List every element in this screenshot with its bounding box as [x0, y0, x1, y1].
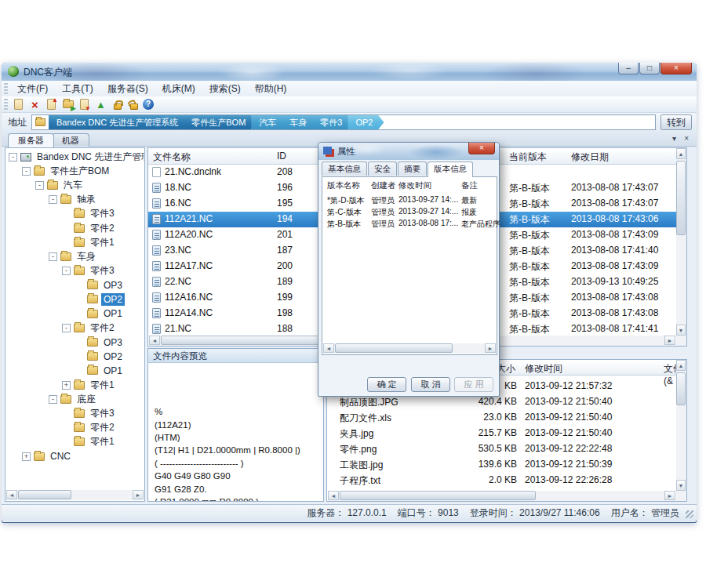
- tree-expander[interactable]: [75, 310, 84, 318]
- lock-icon[interactable]: [110, 98, 125, 111]
- tree-expander[interactable]: [75, 366, 84, 375]
- dialog-tab[interactable]: 版本信息: [428, 162, 473, 177]
- minimize-button[interactable]: –: [618, 63, 639, 74]
- tab-machine[interactable]: 机器: [52, 133, 89, 147]
- col-mtime[interactable]: 修改时间: [525, 362, 562, 376]
- tree-item[interactable]: 零件3: [5, 207, 144, 221]
- col-version-name[interactable]: 版本名称: [327, 180, 360, 191]
- attachment-row[interactable]: 配刀文件.xls 23.0 KB 2013-09-12 21:50:40: [327, 410, 686, 426]
- tree-expander[interactable]: -: [49, 252, 57, 261]
- tree-item[interactable]: - 零件生产BOM: [5, 164, 144, 178]
- unlock-icon[interactable]: [126, 98, 141, 111]
- tree-item[interactable]: 零件1: [5, 235, 144, 249]
- tree-item[interactable]: - 零件2: [5, 321, 144, 335]
- dialog-button[interactable]: 确 定: [367, 377, 406, 392]
- menu-item[interactable]: 服务器(S): [100, 81, 155, 97]
- attachment-row[interactable]: 夹具.jpg 215.7 KB 2013-09-12 21:50:40: [327, 426, 686, 441]
- breadcrumb-segment[interactable]: 零件3: [312, 114, 353, 130]
- attachment-row[interactable]: 子程序.txt 2.0 KB 2013-09-12 22:26:28: [327, 473, 686, 488]
- tree-item[interactable]: 零件2: [5, 221, 144, 235]
- tree-item[interactable]: 零件1: [5, 435, 144, 449]
- breadcrumb-segment[interactable]: OP2: [348, 114, 384, 130]
- send-to-folder-icon[interactable]: ▶: [60, 98, 75, 111]
- file-list-vscrollbar[interactable]: ▲ ▼: [676, 148, 686, 346]
- attachments-vscrollbar[interactable]: ▲ ▼: [676, 360, 686, 501]
- dialog-hscrollbar[interactable]: ◄ ►: [323, 343, 496, 354]
- help-icon[interactable]: ?: [143, 99, 154, 110]
- maximize-button[interactable]: □: [639, 63, 660, 74]
- tree-expander[interactable]: [62, 409, 71, 418]
- col-modified-time[interactable]: 修改时间: [398, 180, 431, 191]
- tree-expander[interactable]: [62, 224, 71, 233]
- tree-expander[interactable]: [62, 209, 71, 218]
- tree-expander[interactable]: [62, 423, 71, 432]
- close-button[interactable]: ×: [661, 63, 692, 74]
- tree-item[interactable]: OP2: [5, 292, 144, 307]
- tree-expander[interactable]: +: [62, 381, 71, 390]
- tab-server[interactable]: 服务器: [8, 133, 54, 147]
- resize-grip[interactable]: [686, 510, 693, 518]
- dialog-close-button[interactable]: ×: [468, 143, 495, 154]
- tree-item[interactable]: OP1: [5, 307, 144, 321]
- col-creator[interactable]: 创建者: [371, 180, 396, 191]
- tree-expander[interactable]: [75, 281, 84, 289]
- dialog-tab[interactable]: 基本信息: [322, 162, 367, 176]
- tree-item[interactable]: OP3: [5, 278, 144, 292]
- col-current-version[interactable]: 当前版本: [509, 151, 547, 164]
- menu-item[interactable]: 文件(F): [10, 81, 55, 97]
- attachment-row[interactable]: 工装图.jpg 139.6 KB 2013-09-12 21:50:39: [327, 457, 686, 473]
- version-row[interactable]: 第-B-版本 管理员 2013-08-08 17:... 老产品程序: [322, 218, 497, 230]
- tree-expander[interactable]: -: [62, 267, 71, 275]
- col-note[interactable]: 备注: [461, 180, 478, 191]
- dialog-tab[interactable]: 安全: [368, 162, 397, 176]
- col-id[interactable]: ID: [277, 151, 286, 162]
- version-row[interactable]: *第-D-版本 管理员 2013-09-27 14:... 最新: [322, 194, 497, 206]
- menu-item[interactable]: 帮助(H): [248, 81, 294, 97]
- breadcrumb-segment[interactable]: 零件生产BOM: [184, 114, 257, 130]
- tree-item[interactable]: - 汽车: [5, 178, 144, 192]
- dialog-tab[interactable]: 摘要: [398, 162, 427, 176]
- tree-item[interactable]: 零件3: [5, 406, 144, 420]
- menu-item[interactable]: 工具(T): [55, 81, 100, 97]
- checkin-upload-icon[interactable]: ▲: [44, 98, 59, 111]
- tree-expander[interactable]: [75, 352, 84, 361]
- tree-item[interactable]: OP3: [5, 335, 144, 349]
- dialog-button[interactable]: 取 消: [411, 377, 450, 392]
- new-document-icon[interactable]: [11, 98, 26, 111]
- tree-expander[interactable]: -: [62, 324, 71, 332]
- menu-item[interactable]: 机床(M): [155, 81, 202, 97]
- tree-expander[interactable]: -: [22, 167, 31, 176]
- tree-expander[interactable]: -: [49, 195, 57, 204]
- tree-item[interactable]: OP1: [5, 364, 144, 378]
- col-file-name[interactable]: 文件名称: [153, 151, 191, 164]
- version-row[interactable]: 第-C-版本 管理员 2013-09-27 14:... 报废: [322, 206, 497, 218]
- attachment-row[interactable]: 制品顶图.JPG 420.4 KB 2013-09-12 21:50:40: [327, 394, 686, 410]
- attachment-row[interactable]: 零件.png 530.5 KB 2013-09-12 22:22:48: [327, 441, 686, 457]
- checkout-download-icon[interactable]: ▼: [77, 98, 92, 111]
- breadcrumb-segment[interactable]: Bandex DNC 先进生产管理系统: [49, 114, 189, 130]
- tree-expander[interactable]: [75, 338, 84, 347]
- col-modified-date[interactable]: 修改日期: [571, 151, 609, 164]
- tree-item[interactable]: - 底座: [5, 392, 144, 406]
- upload-arrow-icon[interactable]: ▲: [93, 98, 108, 111]
- tree-expander[interactable]: [62, 238, 71, 247]
- tabstrip-close-icon[interactable]: ×: [684, 134, 689, 143]
- go-button[interactable]: 转到: [661, 114, 692, 130]
- tree-expander[interactable]: [62, 437, 71, 446]
- tree-item[interactable]: + 零件1: [5, 378, 144, 392]
- tree-expander[interactable]: -: [35, 181, 44, 190]
- tree-expander[interactable]: [75, 295, 84, 303]
- menu-item[interactable]: 搜索(S): [202, 81, 248, 97]
- delete-icon[interactable]: ×: [27, 98, 42, 111]
- tree-item[interactable]: - 轴承: [5, 193, 144, 207]
- tree-item[interactable]: OP2: [5, 350, 144, 364]
- tree-item[interactable]: - 零件3: [5, 264, 144, 278]
- dialog-button[interactable]: 应 用: [454, 377, 493, 392]
- tabstrip-dropdown-icon[interactable]: ▾: [672, 134, 676, 143]
- tree-expander[interactable]: +: [22, 452, 31, 461]
- tree-item[interactable]: - Bandex DNC 先进生产管理系: [5, 150, 144, 164]
- tree-expander[interactable]: -: [9, 153, 17, 162]
- tree-expander[interactable]: -: [49, 395, 57, 404]
- tree-item[interactable]: + CNC: [5, 449, 144, 463]
- tree-item[interactable]: - 车身: [5, 249, 144, 263]
